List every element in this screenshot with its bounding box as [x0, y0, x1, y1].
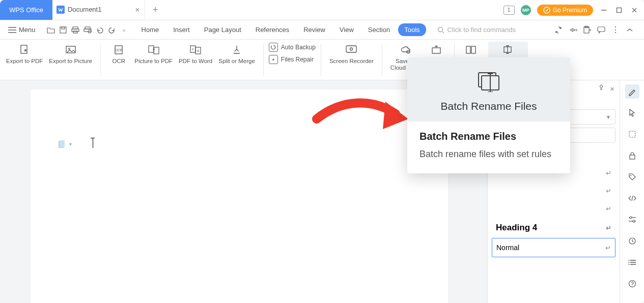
style-item-normal[interactable]: Normal↵ — [492, 238, 615, 257]
picture-to-pdf-icon — [148, 43, 160, 57]
settings-sliders-icon[interactable] — [625, 213, 639, 227]
style-item[interactable]: ↵ — [492, 200, 615, 218]
window-count-badge[interactable]: 1 — [503, 6, 515, 15]
tab-home[interactable]: Home — [135, 23, 165, 36]
sync-icon[interactable] — [553, 26, 564, 34]
list-icon[interactable] — [625, 255, 639, 269]
right-rail — [620, 80, 644, 303]
share-icon[interactable]: ▾ — [568, 26, 578, 34]
svg-point-49 — [633, 220, 635, 222]
save-icon[interactable] — [58, 25, 68, 35]
add-tab-button[interactable]: + — [145, 0, 165, 20]
code-icon[interactable] — [625, 191, 639, 205]
command-search[interactable]: Click to find commands — [437, 26, 516, 34]
svg-point-54 — [628, 260, 629, 261]
print-preview-icon[interactable] — [82, 25, 93, 35]
maximize-button[interactable] — [614, 6, 624, 15]
svg-point-17 — [438, 27, 442, 32]
redo-icon[interactable] — [107, 25, 117, 35]
close-tab-button[interactable]: × — [135, 5, 139, 14]
svg-point-34 — [350, 48, 353, 50]
pdf-to-word-button[interactable]: PW PDF to Word — [176, 42, 215, 66]
tab-insert[interactable]: Insert — [167, 23, 196, 36]
history-icon[interactable] — [625, 234, 639, 248]
document-tab[interactable]: Document1 × — [52, 0, 145, 20]
svg-point-55 — [628, 262, 629, 263]
print-icon[interactable] — [70, 25, 80, 35]
tab-review[interactable]: Review — [297, 23, 331, 36]
more-qat-icon[interactable]: » — [119, 25, 129, 35]
user-avatar[interactable]: MP — [521, 5, 531, 15]
help-icon[interactable] — [625, 277, 639, 291]
go-premium-button[interactable]: Go Premium — [537, 5, 593, 16]
titlebar: WPS Office Document1 × + 1 MP Go Premium — [0, 0, 644, 20]
comment-icon[interactable] — [596, 26, 606, 34]
pencil-tool[interactable] — [625, 84, 639, 99]
screen-recorder-button[interactable]: Screen Recorder — [326, 42, 377, 66]
svg-rect-21 — [598, 27, 605, 32]
svg-rect-44 — [630, 155, 635, 159]
svg-rect-28 — [154, 47, 159, 54]
tag-icon[interactable] — [625, 170, 639, 184]
batch-rename-icon — [502, 43, 514, 57]
lock-icon[interactable] — [625, 148, 639, 163]
svg-point-47 — [630, 217, 632, 219]
doc-icon — [57, 6, 65, 14]
svg-line-18 — [442, 32, 444, 33]
batch-rename-button[interactable] — [488, 42, 528, 59]
svg-rect-13 — [73, 31, 77, 33]
svg-rect-43 — [629, 131, 635, 137]
tab-references[interactable]: References — [249, 23, 295, 36]
menu-label: Menu — [19, 26, 36, 34]
svg-rect-9 — [60, 27, 66, 33]
svg-rect-38 — [471, 46, 475, 53]
tab-view[interactable]: View — [333, 23, 360, 36]
collapse-ribbon-icon[interactable] — [625, 27, 635, 33]
app-tab[interactable]: WPS Office — [0, 0, 52, 20]
chevron-down-icon: ▼ — [68, 142, 73, 147]
open-icon[interactable] — [46, 25, 56, 35]
ocr-button[interactable]: OCR OCR — [106, 42, 131, 66]
style-item-heading4[interactable]: Heading 4↵ — [492, 218, 615, 238]
svg-point-24 — [68, 48, 70, 50]
menu-button[interactable]: Menu — [4, 24, 40, 36]
select-tool[interactable] — [625, 127, 639, 141]
clipboard-icon[interactable]: ▾ — [582, 26, 592, 34]
compare-button[interactable] — [460, 42, 482, 59]
minimize-button[interactable] — [599, 6, 608, 15]
tab-tools[interactable]: Tools — [398, 23, 426, 36]
files-repair-button[interactable]: +Files Repair — [269, 55, 316, 64]
close-panel-button[interactable]: × — [610, 84, 614, 93]
tooltip-heading: Batch Rename Files — [419, 131, 558, 142]
tab-page-layout[interactable]: Page Layout — [198, 23, 247, 36]
file-collect-icon — [431, 43, 442, 57]
tab-section[interactable]: Section — [362, 23, 396, 36]
style-item[interactable]: ↵ — [492, 182, 615, 200]
pin-icon[interactable] — [598, 84, 605, 93]
close-window-button[interactable] — [630, 6, 639, 15]
screen-recorder-icon — [345, 43, 357, 57]
cloud-icon — [400, 43, 412, 57]
svg-point-45 — [630, 175, 631, 176]
auto-backup-button[interactable]: Auto Backup — [269, 43, 316, 52]
premium-icon — [543, 7, 550, 14]
undo-icon[interactable] — [95, 25, 105, 35]
export-pdf-icon — [19, 43, 30, 57]
split-merge-icon — [231, 43, 242, 57]
svg-text:OCR: OCR — [115, 48, 123, 52]
picture-to-pdf-button[interactable]: Picture to PDF — [131, 42, 176, 66]
kebab-icon[interactable]: ⋮ — [610, 25, 621, 35]
svg-text:W: W — [197, 49, 200, 52]
page-indicator[interactable]: ▼ — [58, 140, 73, 148]
auto-backup-icon — [269, 43, 278, 52]
split-merge-button[interactable]: Split or Merge — [215, 42, 258, 66]
files-repair-icon: + — [269, 55, 278, 64]
ocr-icon: OCR — [113, 43, 124, 57]
svg-rect-10 — [62, 27, 65, 29]
export-pdf-button[interactable]: Export to PDF — [3, 42, 46, 66]
cursor-tool[interactable] — [625, 106, 639, 120]
svg-point-56 — [628, 264, 629, 265]
svg-rect-22 — [21, 45, 27, 53]
premium-label: Go Premium — [553, 7, 587, 14]
export-picture-button[interactable]: Export to Picture — [46, 42, 95, 66]
